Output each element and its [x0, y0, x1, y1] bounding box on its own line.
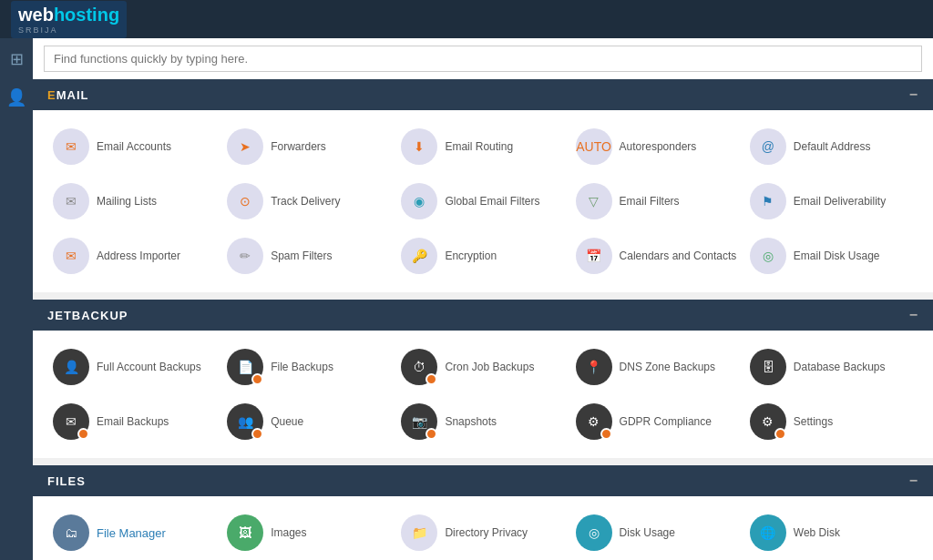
- list-item[interactable]: 🌐 Web Disk: [744, 507, 918, 558]
- section-title-email: EMAIL: [47, 88, 88, 102]
- list-item[interactable]: 🖼 Images: [221, 507, 395, 558]
- list-item[interactable]: ⚙ Settings: [744, 396, 918, 447]
- item-icon: 📁: [401, 514, 437, 551]
- item-icon: ✉: [53, 403, 89, 440]
- badge-icon: [425, 373, 437, 385]
- list-item[interactable]: ⊙ Track Delivery: [221, 176, 395, 227]
- item-icon: AUTO: [576, 128, 612, 165]
- item-icon: ⏱: [401, 349, 437, 385]
- section-toggle-files[interactable]: −: [909, 473, 918, 489]
- item-icon: ⚙: [576, 403, 612, 440]
- section-toggle-jetbackup[interactable]: −: [909, 307, 918, 323]
- list-item[interactable]: 🔑 Encryption: [395, 230, 569, 281]
- item-icon: ✉: [53, 238, 89, 274]
- list-item[interactable]: ✉ Address Importer: [47, 230, 221, 281]
- item-label: Queue: [271, 415, 303, 428]
- item-icon: ⊙: [227, 183, 263, 219]
- search-input[interactable]: [44, 46, 922, 72]
- list-item[interactable]: @ Default Address: [744, 121, 918, 172]
- list-item[interactable]: 👥 Queue: [221, 396, 395, 447]
- logo-sub: SRBIJA: [18, 25, 119, 35]
- list-item[interactable]: AUTO Autoresponders: [570, 121, 744, 172]
- item-icon: ⬇: [401, 128, 437, 165]
- item-link[interactable]: File Manager: [97, 526, 166, 540]
- section-email: EMAIL− ✉ Email Accounts ➤ Forwarders ⬇ E…: [33, 79, 933, 292]
- list-item[interactable]: ✉ Email Backups: [47, 396, 221, 447]
- list-item[interactable]: ➤ Forwarders: [221, 121, 395, 172]
- list-item[interactable]: ⬇ Email Routing: [395, 121, 569, 172]
- list-item[interactable]: ⚙ GDPR Compliance: [570, 396, 744, 447]
- grid-icon[interactable]: ⊞: [6, 46, 27, 73]
- item-label: Email Backups: [97, 415, 169, 428]
- list-item[interactable]: ✏ Spam Filters: [221, 230, 395, 281]
- badge-icon: [77, 428, 89, 440]
- item-icon: 📅: [576, 238, 612, 274]
- item-label: Encryption: [445, 249, 497, 262]
- item-label: Cron Job Backups: [445, 361, 534, 373]
- list-item[interactable]: ✉ Email Accounts: [47, 121, 221, 172]
- item-icon: ➤: [227, 128, 263, 165]
- item-label: Global Email Filters: [445, 195, 539, 208]
- section-header-files: FILES−: [33, 465, 933, 496]
- item-label: Disk Usage: [620, 526, 675, 539]
- item-icon: 🗂: [53, 514, 89, 551]
- list-item[interactable]: ✉ Mailing Lists: [47, 176, 221, 227]
- search-bar: [33, 38, 933, 79]
- section-title-files: FILES: [47, 474, 86, 488]
- item-icon: 📄: [227, 349, 263, 385]
- item-label: File Backups: [271, 361, 333, 373]
- logo-web: web: [18, 5, 54, 25]
- list-item[interactable]: 📁 Directory Privacy: [395, 507, 569, 558]
- list-item[interactable]: ⏱ Cron Job Backups: [395, 341, 569, 392]
- list-item[interactable]: 👤 Full Account Backups: [47, 341, 221, 392]
- item-icon: 📷: [401, 403, 437, 440]
- item-label: Email Disk Usage: [794, 249, 880, 262]
- logo: webhosting: [18, 5, 119, 25]
- item-icon: ✏: [227, 238, 263, 274]
- item-icon: ⚙: [750, 403, 786, 440]
- item-label: Default Address: [794, 140, 871, 153]
- users-icon[interactable]: 👤: [3, 84, 30, 111]
- item-icon: 🔑: [401, 238, 437, 274]
- item-label: Email Filters: [620, 195, 680, 208]
- item-label: Address Importer: [97, 249, 180, 262]
- item-label: Images: [271, 526, 306, 539]
- item-label: Snapshots: [445, 415, 497, 428]
- item-label: Directory Privacy: [445, 526, 528, 539]
- list-item[interactable]: 📍 DNS Zone Backups: [570, 341, 744, 392]
- section-files: FILES− 🗂 File Manager 🖼 Images 📁 Directo…: [33, 465, 933, 560]
- item-label: Email Routing: [445, 140, 513, 153]
- item-label: GDPR Compliance: [620, 415, 712, 428]
- list-item[interactable]: 📄 File Backups: [221, 341, 395, 392]
- logo-hosting: hosting: [54, 5, 119, 25]
- badge-icon: [600, 428, 612, 440]
- section-header-jetbackup: JETBACKUP−: [33, 300, 933, 331]
- item-label: Mailing Lists: [97, 195, 157, 208]
- items-grid-files: 🗂 File Manager 🖼 Images 📁 Directory Priv…: [47, 507, 918, 560]
- item-label: Web Disk: [794, 526, 840, 539]
- list-item[interactable]: ◎ Email Disk Usage: [744, 230, 918, 281]
- item-icon: ◎: [576, 514, 612, 551]
- item-label: Forwarders: [271, 140, 326, 153]
- list-item[interactable]: ▽ Email Filters: [570, 176, 744, 227]
- item-icon: 🗄: [750, 349, 786, 385]
- item-label: Calendars and Contacts: [620, 249, 737, 262]
- section-body-jetbackup: 👤 Full Account Backups 📄 File Backups ⏱ …: [33, 331, 933, 458]
- list-item[interactable]: 🗄 Database Backups: [744, 341, 918, 392]
- list-item[interactable]: ◎ Disk Usage: [570, 507, 744, 558]
- list-item[interactable]: 📅 Calendars and Contacts: [570, 230, 744, 281]
- item-icon: 🖼: [227, 514, 263, 551]
- list-item[interactable]: 📷 Snapshots: [395, 396, 569, 447]
- item-icon: ◉: [401, 183, 437, 219]
- item-icon: 👥: [227, 403, 263, 440]
- item-icon: ✉: [53, 128, 89, 165]
- list-item[interactable]: 🗂 File Manager: [47, 507, 221, 558]
- section-toggle-email[interactable]: −: [909, 87, 918, 103]
- items-grid-jetbackup: 👤 Full Account Backups 📄 File Backups ⏱ …: [47, 341, 918, 447]
- item-icon: 👤: [53, 349, 89, 385]
- item-icon: 🌐: [750, 514, 786, 551]
- badge-icon: [774, 428, 786, 440]
- list-item[interactable]: ⚑ Email Deliverability: [744, 176, 918, 227]
- section-title-jetbackup: JETBACKUP: [47, 309, 128, 322]
- list-item[interactable]: ◉ Global Email Filters: [395, 176, 569, 227]
